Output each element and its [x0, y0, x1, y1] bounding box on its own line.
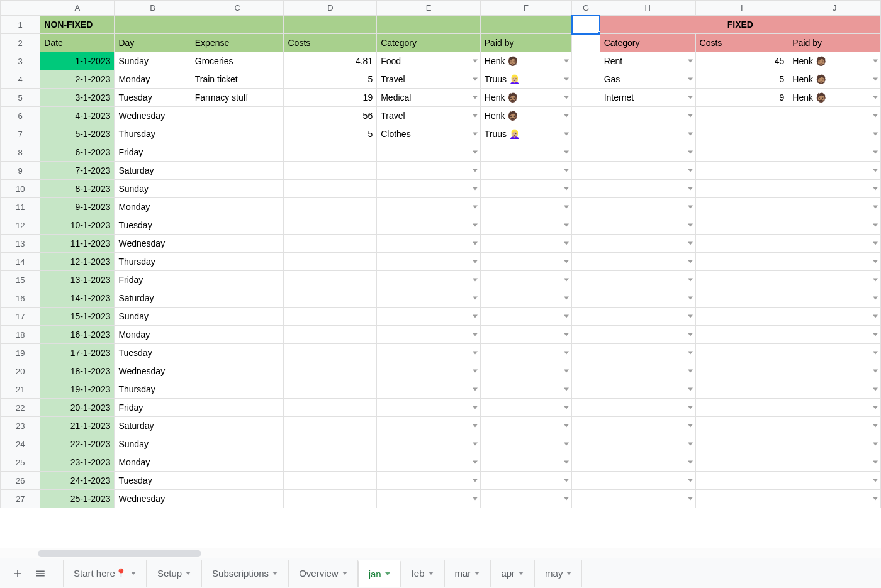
dropdown-arrow-icon[interactable] [473, 424, 478, 428]
cell-fixed-costs[interactable] [695, 308, 788, 326]
cell-paidby[interactable] [480, 216, 572, 235]
dropdown-arrow-icon[interactable] [473, 388, 478, 391]
cell-fixed-paidby[interactable] [788, 271, 881, 289]
sheet-tab-overview[interactable]: Overview [288, 560, 358, 587]
dropdown-arrow-icon[interactable] [564, 133, 569, 136]
cell-costs[interactable] [284, 308, 377, 326]
cell-fixed-costs[interactable] [695, 453, 788, 472]
cell-expense[interactable] [191, 380, 284, 399]
cell-category[interactable]: Clothes [377, 125, 481, 143]
row-header-25[interactable]: 25 [1, 453, 40, 472]
cell-gap[interactable] [572, 89, 600, 107]
cell-day[interactable]: Thursday [115, 125, 191, 143]
chevron-down-icon[interactable] [429, 572, 434, 575]
cell-gap[interactable] [572, 235, 600, 253]
cell-category[interactable]: Travel [377, 70, 481, 89]
cell-fixed-category[interactable] [600, 216, 695, 235]
cell-category[interactable] [377, 490, 481, 508]
chevron-down-icon[interactable] [474, 572, 480, 575]
cell-date[interactable]: 13-1-2023 [40, 271, 115, 289]
cell-expense[interactable] [191, 417, 284, 435]
cell-fixed-paidby[interactable] [788, 162, 881, 180]
cell-paidby[interactable]: Henk 🧔🏽 [480, 89, 572, 107]
cell-fixed-costs[interactable] [695, 180, 788, 198]
cell-costs[interactable] [284, 143, 377, 162]
cell-paidby[interactable] [480, 162, 572, 180]
dropdown-arrow-icon[interactable] [688, 114, 693, 118]
cell-fixed-costs[interactable] [695, 435, 788, 453]
cell-fixed-costs[interactable] [695, 253, 788, 271]
dropdown-arrow-icon[interactable] [873, 133, 878, 136]
cell-fixed-category[interactable]: Gas [600, 70, 695, 89]
cell-fixed-category[interactable] [600, 453, 695, 472]
dropdown-arrow-icon[interactable] [873, 96, 878, 99]
dropdown-arrow-icon[interactable] [873, 114, 878, 118]
dropdown-arrow-icon[interactable] [688, 497, 693, 501]
dropdown-arrow-icon[interactable] [564, 224, 569, 227]
dropdown-arrow-icon[interactable] [873, 333, 878, 336]
dropdown-arrow-icon[interactable] [564, 297, 569, 300]
cell-fixed-paidby[interactable] [788, 308, 881, 326]
cell-fixed-costs[interactable] [695, 143, 788, 162]
cell-category[interactable] [377, 435, 481, 453]
cell-date[interactable]: 5-1-2023 [40, 125, 115, 143]
dropdown-arrow-icon[interactable] [688, 352, 693, 355]
cell-fixed-category[interactable] [600, 380, 695, 399]
dropdown-arrow-icon[interactable] [688, 443, 693, 446]
all-sheets-button[interactable] [29, 562, 52, 585]
header-nonfixed-pad[interactable] [191, 16, 284, 34]
cell-costs[interactable] [284, 453, 377, 472]
dropdown-arrow-icon[interactable] [473, 242, 478, 245]
cell-day[interactable]: Friday [115, 271, 191, 289]
dropdown-arrow-icon[interactable] [473, 333, 478, 336]
dropdown-arrow-icon[interactable] [564, 169, 569, 172]
cell-paidby[interactable] [480, 453, 572, 472]
dropdown-arrow-icon[interactable] [873, 169, 878, 172]
cell-day[interactable]: Friday [115, 399, 191, 417]
cell-expense[interactable]: Groceries [191, 52, 284, 70]
cell-gap[interactable] [572, 399, 600, 417]
cell-date[interactable]: 1-1-2023 [40, 52, 115, 70]
column-header-H[interactable]: H [600, 1, 695, 16]
cell-fixed-paidby[interactable] [788, 198, 881, 216]
cell-gap[interactable] [572, 453, 600, 472]
cell-gap[interactable] [572, 490, 600, 508]
cell-costs[interactable]: 5 [284, 125, 377, 143]
cell-fixed-category[interactable] [600, 417, 695, 435]
row-header-18[interactable]: 18 [1, 326, 40, 344]
dropdown-arrow-icon[interactable] [473, 133, 478, 136]
row-header-26[interactable]: 26 [1, 472, 40, 490]
cell-gap[interactable] [572, 308, 600, 326]
row-header-20[interactable]: 20 [1, 362, 40, 380]
row-header-10[interactable]: 10 [1, 180, 40, 198]
cell-costs[interactable] [284, 289, 377, 308]
cell-fixed-category[interactable]: Rent [600, 52, 695, 70]
cell-fixed-costs[interactable] [695, 326, 788, 344]
dropdown-arrow-icon[interactable] [688, 333, 693, 336]
cell-fixed-costs[interactable] [695, 380, 788, 399]
cell-date[interactable]: 16-1-2023 [40, 326, 115, 344]
cell-gap[interactable] [572, 435, 600, 453]
cell-fixed-paidby[interactable] [788, 344, 881, 362]
cell-category[interactable] [377, 453, 481, 472]
cell-gap[interactable] [572, 344, 600, 362]
dropdown-arrow-icon[interactable] [564, 497, 569, 501]
cell-category[interactable] [377, 143, 481, 162]
column-header-G[interactable]: G [572, 1, 600, 16]
dropdown-arrow-icon[interactable] [873, 206, 878, 209]
cell-costs[interactable] [284, 380, 377, 399]
cell-date[interactable]: 6-1-2023 [40, 143, 115, 162]
cell-day[interactable]: Thursday [115, 253, 191, 271]
cell-date[interactable]: 2-1-2023 [40, 70, 115, 89]
cell-fixed-category[interactable] [600, 271, 695, 289]
cell-paidby[interactable] [480, 472, 572, 490]
subheader-H[interactable]: Category [600, 34, 695, 52]
cell-category[interactable] [377, 253, 481, 271]
cell-fixed-category[interactable] [600, 125, 695, 143]
sheet-tab-may[interactable]: may [534, 560, 582, 587]
column-header-I[interactable]: I [695, 1, 788, 16]
row-header-5[interactable]: 5 [1, 89, 40, 107]
dropdown-arrow-icon[interactable] [873, 78, 878, 81]
select-all-cell[interactable] [1, 1, 40, 16]
cell-paidby[interactable] [480, 308, 572, 326]
